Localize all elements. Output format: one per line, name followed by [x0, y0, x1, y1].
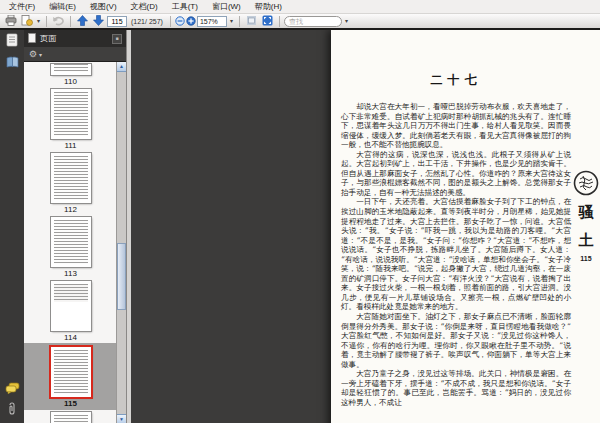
fit-width-button[interactable] — [244, 15, 259, 27]
previous-view-button[interactable] — [51, 15, 66, 27]
toolbar-separator — [170, 16, 171, 27]
chapter-title: 二十七 — [341, 72, 571, 89]
page-thumbnail-image — [51, 412, 91, 423]
paragraph: 大宫随她对面坐下。油灯之下，那女子麻点已不清晰，脸面轮廓倒显得分外秀美。那女子说… — [341, 312, 571, 369]
export-button[interactable] — [19, 15, 34, 27]
page-thumbnail-image — [51, 153, 91, 203]
toolbar-separator — [239, 16, 240, 27]
thumbnail-label: 112 — [64, 205, 77, 214]
page-thumbnail-image — [51, 281, 91, 331]
comments-panel-button[interactable] — [5, 382, 19, 396]
menu-help[interactable]: 帮助(H) — [248, 0, 289, 13]
printer-icon — [5, 14, 17, 29]
toolbar-separator — [70, 16, 71, 27]
menu-tools[interactable]: 工具(T) — [165, 0, 205, 13]
export-document-icon — [21, 14, 33, 29]
thumbnail-scrollbar[interactable]: ▲ ▼ — [116, 62, 126, 423]
zoom-in-icon — [186, 14, 196, 29]
bookmarks-icon — [6, 55, 19, 73]
search-input[interactable] — [284, 16, 342, 27]
scrollbar-thumb[interactable] — [117, 243, 126, 310]
export-dropdown-arrow[interactable]: ▾ — [35, 18, 42, 24]
page-thumbnail-image — [51, 64, 91, 75]
next-page-button[interactable] — [91, 15, 106, 27]
menu-document[interactable]: 文档(D) — [124, 0, 165, 13]
menu-view[interactable]: 视图(V) — [83, 0, 124, 13]
toolbar-separator — [46, 16, 47, 27]
panel-menu-button[interactable]: ■ — [112, 34, 122, 44]
page-thumbnail-image — [51, 347, 91, 397]
paperclip-icon — [6, 402, 18, 420]
page-margin-decoration: 骚 土 115 — [568, 170, 600, 262]
pages-panel-title: 页面 — [40, 33, 56, 44]
paragraph: 却说大宫在大年初一，看哑巴脱掉劳动布衣服，欢天喜地走了，心下非常难受。自试着矿上… — [341, 102, 571, 150]
thumbnail-page-112[interactable]: 112 — [24, 151, 117, 215]
search-dropdown-arrow[interactable]: ▾ — [343, 18, 350, 24]
previous-view-icon — [52, 14, 65, 29]
pages-panel-header: 页面 ■ — [24, 30, 126, 47]
document-pane[interactable]: 二十七 却说大宫在大年初一，看哑巴脱掉劳动布衣服，欢天喜地走了，心下非常难受。自… — [131, 30, 600, 423]
menu-edit[interactable]: 编辑(E) — [42, 0, 83, 13]
page-thumbnail-image — [51, 217, 91, 267]
zoom-in-button[interactable] — [186, 15, 196, 27]
pages-panel-options-row: ⚙ ▾ — [24, 47, 126, 62]
menu-bar: 文件(F) 编辑(E) 视图(V) 文档(D) 工具(T) 窗口(W) 帮助(H… — [0, 0, 600, 14]
thumbnail-label: 111 — [64, 141, 76, 150]
zoom-out-icon — [175, 14, 185, 29]
book-page: 二十七 却说大宫在大年初一，看哑巴脱掉劳动布衣服，欢天喜地走了，心下非常难受。自… — [331, 30, 600, 423]
page-body-text: 却说大宫在大年初一，看哑巴脱掉劳动布衣服，欢天喜地走了，心下非常难受。自试着矿上… — [341, 102, 571, 408]
thumbnail-page-116[interactable]: 116 — [24, 410, 117, 423]
thumbnail-page-110[interactable]: 110 — [24, 62, 117, 87]
thumbnail-label: 113 — [64, 269, 77, 278]
paragraph: 大宫得的这病，说深也深，说浅也浅。此根子又须得从矿上说起。大宫起初到矿上，出工干… — [341, 150, 571, 198]
paragraph: 大宫乃童子之身，没见过这等排场。此关口，神情极是窘困。在一旁上牙磕着下牙，摆手道… — [341, 369, 571, 407]
options-dropdown-arrow[interactable]: ▾ — [39, 51, 42, 58]
pages-icon — [6, 33, 18, 51]
book-title-char-2: 土 — [568, 233, 600, 248]
print-button[interactable] — [3, 15, 18, 27]
page-thumbnail-icon — [28, 33, 36, 45]
navigation-panel-strip — [0, 30, 24, 423]
thumbnail-page-111[interactable]: 111 — [24, 87, 117, 151]
page-thumbnail-image — [51, 89, 91, 139]
toolbar: ▾ (121/ 257) 157% ▾ ▾ — [0, 14, 600, 30]
fullscreen-icon — [262, 14, 273, 29]
comments-icon — [5, 380, 20, 398]
printed-page-number: 115 — [568, 255, 600, 262]
thumbnail-page-113[interactable]: 113 — [24, 215, 117, 279]
options-gear-icon[interactable]: ⚙ — [29, 50, 37, 59]
menu-file[interactable]: 文件(F) — [2, 0, 42, 13]
pages-panel: 页面 ■ ⚙ ▾ 110 111 112 — [24, 30, 126, 423]
page-up-icon — [77, 14, 88, 29]
thumbnail-list: 110 111 112 113 114 — [24, 62, 126, 423]
scrollbar-down-button[interactable]: ▼ — [117, 414, 126, 423]
zoom-dropdown-arrow[interactable]: ▾ — [228, 18, 235, 24]
thumbnail-page-115-selected[interactable]: 115 — [24, 343, 117, 410]
pages-panel-button[interactable] — [5, 35, 19, 49]
thumbnail-label: 115 — [64, 399, 77, 408]
toolbar-separator — [279, 16, 280, 27]
zoom-level-value: 157% — [200, 18, 218, 25]
thumbnail-page-114[interactable]: 114 — [24, 279, 117, 343]
page-number-input[interactable] — [107, 16, 127, 27]
thumbnail-label: 114 — [64, 333, 77, 342]
thumbnail-label: 110 — [64, 77, 77, 86]
previous-page-button[interactable] — [75, 15, 90, 27]
attachments-panel-button[interactable] — [5, 404, 19, 418]
paragraph: 一日下午，天还亮着。大宫估摸着麻脸女子到了下工的钟点，在挨过山脚的玉米地隐蔽起来… — [341, 197, 571, 312]
fit-width-icon — [246, 14, 257, 29]
zoom-level-field[interactable]: 157% — [197, 16, 227, 27]
menu-window[interactable]: 窗口(W) — [205, 0, 248, 13]
bookmarks-panel-button[interactable] — [5, 57, 19, 71]
scrollbar-up-button[interactable]: ▲ — [117, 62, 126, 72]
page-down-icon — [93, 14, 104, 29]
fullscreen-button[interactable] — [260, 15, 275, 27]
zoom-out-button[interactable] — [175, 15, 185, 27]
page-count-label: (121/ 257) — [131, 18, 163, 25]
book-title-char-1: 骚 — [568, 205, 600, 220]
seal-emblem-icon — [573, 170, 599, 196]
